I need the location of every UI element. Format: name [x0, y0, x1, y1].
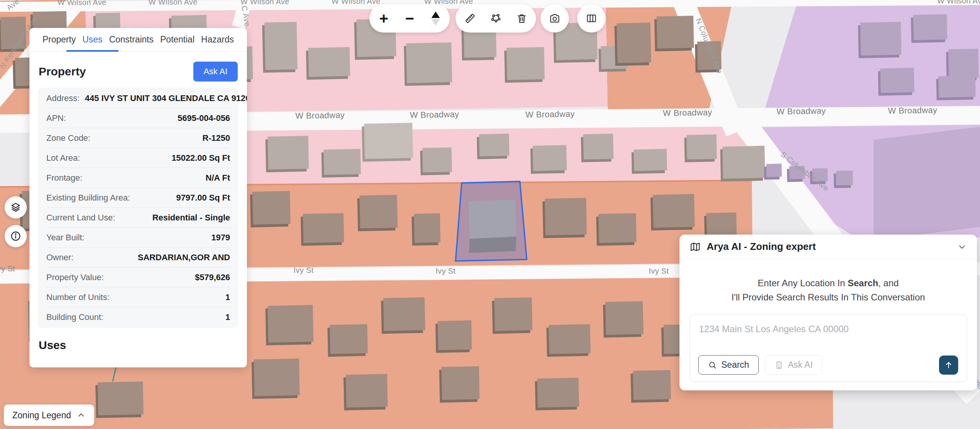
street-label: W Broadway: [663, 108, 712, 118]
field-value: $579,626: [195, 272, 230, 282]
street-label: W Broadway: [410, 109, 459, 120]
zone-purple-deep-slab: [874, 127, 980, 240]
street-label: Ivy St: [649, 267, 669, 276]
property-row: Building Count:1: [46, 307, 230, 327]
field-value: 1: [225, 292, 230, 302]
street-label: W Broadway: [776, 106, 826, 117]
ruler-button[interactable]: [459, 7, 482, 30]
street-label: W Wilson Ave: [57, 0, 106, 7]
building: [254, 359, 300, 396]
polygon-measure-button[interactable]: [484, 7, 507, 30]
building: [532, 145, 567, 171]
info-button[interactable]: [5, 225, 27, 247]
ask-ai-button[interactable]: Ask AI: [193, 62, 238, 82]
building: [406, 42, 452, 83]
building: [633, 370, 671, 400]
building: [303, 213, 344, 243]
property-row: Property Value:$579,626: [46, 268, 230, 287]
building: [836, 171, 853, 186]
tab-uses[interactable]: Uses: [81, 28, 104, 51]
street-label: W Wilson Ave: [149, 0, 198, 7]
property-details-card: Address:445 IVY ST UNIT 304 GLENDALE CA …: [38, 88, 238, 328]
delete-button[interactable]: [510, 7, 533, 30]
building: [323, 149, 361, 175]
building: [545, 198, 587, 235]
property-row: Address:445 IVY ST UNIT 304 GLENDALE CA …: [46, 88, 230, 108]
building: [598, 213, 637, 243]
zoom-out-button[interactable]: −: [398, 7, 421, 30]
tab-hazards[interactable]: Hazards: [199, 28, 235, 51]
building: [438, 320, 472, 350]
layers-button[interactable]: [5, 196, 27, 219]
property-panel: Property Uses Constraints Potential Haza…: [29, 28, 247, 367]
ask-ai-chat-button[interactable]: Ask AI: [765, 355, 822, 375]
property-row: Zone Code:R-1250: [46, 128, 230, 148]
property-row: Frontage:N/A Ft: [46, 168, 230, 188]
building: [506, 47, 545, 80]
building: [913, 14, 947, 40]
camera-button[interactable]: [543, 7, 566, 30]
zoning-legend-label: Zoning Legend: [12, 410, 71, 421]
property-row: Owner:SARDARIAN,GOR AND: [46, 248, 230, 268]
field-label: Year Built:: [46, 233, 84, 243]
field-value: SARDARIAN,GOR AND: [138, 253, 230, 263]
info-icon: [10, 230, 21, 242]
building: [634, 149, 667, 171]
location-search-input[interactable]: [698, 321, 958, 337]
polygon-measure-icon: [490, 13, 501, 24]
building: [880, 68, 914, 93]
field-label: Address:: [46, 93, 80, 103]
property-row: Year Built:1979: [46, 228, 230, 248]
property-row: Current Land Use:Residential - Single: [46, 208, 230, 228]
field-label: Existing Building Area:: [46, 193, 130, 203]
columns-button[interactable]: [580, 7, 603, 30]
zoom-in-button[interactable]: +: [372, 7, 395, 30]
trash-icon: [516, 13, 528, 24]
building: [268, 136, 309, 170]
building-icon: [774, 360, 784, 370]
building: [938, 75, 975, 98]
building: [617, 23, 651, 63]
columns-icon: [586, 13, 597, 24]
field-value: 9797.00 Sq Ft: [176, 193, 230, 203]
building: [359, 195, 398, 228]
building: [414, 213, 441, 243]
send-button[interactable]: [939, 356, 958, 375]
tab-property[interactable]: Property: [41, 28, 77, 51]
field-label: Current Land Use:: [46, 213, 115, 223]
building: [252, 191, 291, 225]
chevron-up-icon: [77, 411, 86, 420]
field-value: R-1250: [203, 133, 230, 143]
panel-tabs: Property Uses Constraints Potential Haza…: [29, 28, 247, 52]
field-label: Number of Units:: [46, 292, 109, 302]
building: [860, 22, 902, 55]
map-measure-toolbar: [456, 4, 536, 33]
property-row: APN:5695-004-056: [46, 108, 230, 128]
section-title: Property: [39, 65, 86, 78]
building: [441, 366, 480, 400]
property-row: Existing Building Area:9797.00 Sq Ft: [46, 188, 230, 208]
ai-welcome-message: Enter Any Location In Search, and I'll P…: [679, 276, 977, 304]
street-label: Ivy St: [294, 266, 314, 275]
building: [330, 324, 368, 354]
field-label: Lot Area:: [46, 153, 80, 163]
selected-parcel[interactable]: [451, 179, 532, 263]
building: [722, 146, 765, 179]
compass-button[interactable]: [424, 7, 447, 30]
field-label: Owner:: [46, 253, 74, 263]
field-label: Building Count:: [46, 312, 103, 322]
tab-constraints[interactable]: Constraints: [108, 28, 155, 51]
field-value: N/A Ft: [206, 173, 230, 183]
search-button[interactable]: Search: [698, 355, 759, 375]
layout-toolbar: [577, 4, 606, 33]
street-label: W Broadway: [888, 105, 937, 116]
tab-potential[interactable]: Potential: [159, 28, 196, 51]
building: [948, 49, 979, 78]
street-label: vy St: [0, 264, 15, 273]
map-icon: [689, 241, 701, 253]
field-label: Zone Code:: [46, 133, 90, 143]
building: [766, 164, 782, 177]
field-label: Frontage:: [46, 173, 82, 183]
chevron-down-icon[interactable]: [957, 242, 967, 252]
zoning-legend-button[interactable]: Zoning Legend: [4, 405, 94, 426]
